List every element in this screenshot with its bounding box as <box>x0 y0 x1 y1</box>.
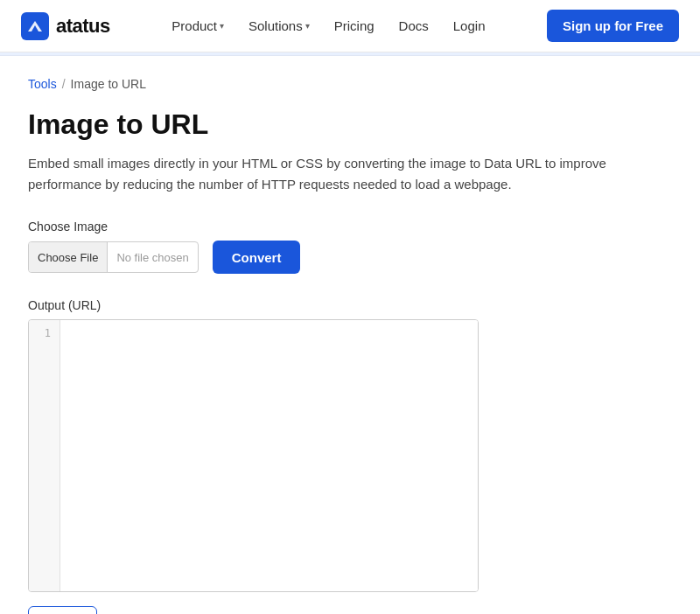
nav-item-pricing[interactable]: Pricing <box>324 11 385 40</box>
nav-item-docs[interactable]: Docs <box>388 11 439 40</box>
signup-button[interactable]: Sign up for Free <box>547 10 679 42</box>
breadcrumb: Tools / Image to URL <box>28 77 672 91</box>
line-number-1: 1 <box>38 327 51 339</box>
chevron-down-icon: ▾ <box>305 21 310 31</box>
output-label: Output (URL) <box>28 298 672 312</box>
copy-button[interactable]: Copy <box>28 606 97 614</box>
header: atatus Product ▾ Solutions ▾ Pricing Doc… <box>0 0 700 52</box>
output-area-wrapper: 1 <box>28 319 479 592</box>
output-textarea[interactable] <box>60 320 478 591</box>
main-nav: Product ▾ Solutions ▾ Pricing Docs Login <box>161 11 495 40</box>
logo[interactable]: atatus <box>21 12 110 40</box>
nav-item-product[interactable]: Product ▾ <box>161 11 234 40</box>
chevron-down-icon: ▾ <box>220 21 224 31</box>
choose-file-button[interactable]: Choose File <box>29 242 108 272</box>
header-actions: Sign up for Free <box>547 10 679 42</box>
breadcrumb-current: Image to URL <box>71 77 146 91</box>
no-file-text: No file chosen <box>108 251 197 264</box>
choose-image-label: Choose Image <box>28 220 672 234</box>
breadcrumb-separator: / <box>62 77 66 91</box>
page-description: Embed small images directly in your HTML… <box>28 153 623 195</box>
nav-item-login[interactable]: Login <box>443 11 496 40</box>
nav-item-solutions[interactable]: Solutions ▾ <box>238 11 320 40</box>
page-title: Image to URL <box>28 108 672 141</box>
file-input-row: Choose File No file chosen Convert <box>28 241 672 274</box>
file-input-wrapper: Choose File No file chosen <box>28 241 199 273</box>
breadcrumb-tools-link[interactable]: Tools <box>28 77 57 91</box>
logo-icon <box>21 12 49 40</box>
logo-text: atatus <box>56 15 110 38</box>
line-numbers: 1 <box>29 320 60 591</box>
main-content: Tools / Image to URL Image to URL Embed … <box>0 56 700 614</box>
convert-button[interactable]: Convert <box>213 241 301 274</box>
